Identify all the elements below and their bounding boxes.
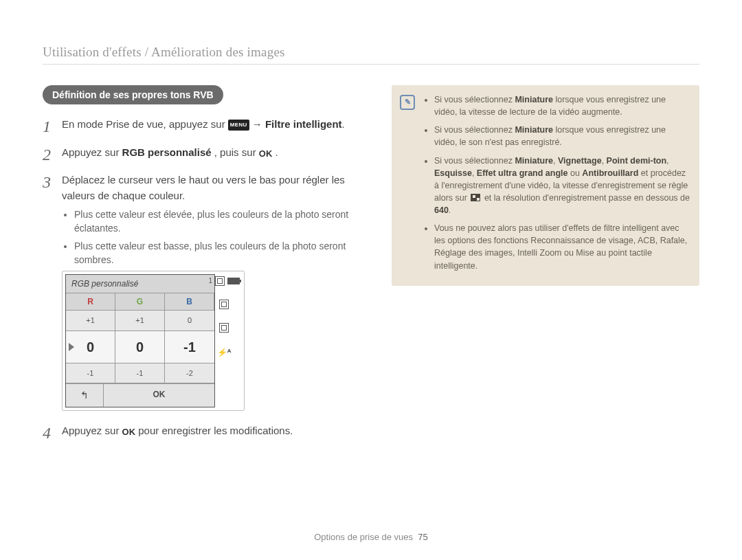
- rgb-below-b: -2: [165, 363, 214, 384]
- flash-icon: ⚡ᴬ: [217, 346, 231, 359]
- page-number: 75: [418, 532, 427, 542]
- rgb-sel-b: -1: [165, 331, 214, 363]
- note1-pre: Si vous sélectionnez: [434, 95, 515, 104]
- step2-pre: Appuyez sur: [62, 146, 122, 158]
- step3-main: Déplacez le curseur vers le haut ou vers…: [62, 174, 345, 201]
- note2-pre: Si vous sélectionnez: [434, 125, 515, 135]
- rgb-widget: RGB personnalisé R G B +1 +1 0: [62, 271, 245, 411]
- battery-icon: [227, 278, 240, 284]
- mode-icon-2: [219, 323, 229, 333]
- note-3: Si vous sélectionnez Miniature, Vignetta…: [434, 155, 690, 217]
- rgb-below-g: -1: [115, 363, 165, 384]
- step2-tail: .: [275, 146, 278, 158]
- footer-label: Options de prise de vues: [314, 532, 413, 542]
- note-2: Si vous sélectionnez Miniature lorsque v…: [434, 124, 690, 148]
- step1-tail: .: [342, 118, 345, 130]
- rgb-col-g: G: [115, 293, 165, 311]
- note3-b4: Esquisse: [434, 168, 472, 178]
- header-rule: [43, 64, 699, 65]
- rgb-side-icons: 1 ⚡ᴬ: [208, 276, 240, 359]
- note2-b1: Miniature: [515, 125, 553, 135]
- rgb-col-b: B: [165, 293, 214, 311]
- note3-c5: ou: [568, 168, 583, 178]
- step1-arrow: →: [252, 118, 265, 130]
- info-note: ✎ Si vous sélectionnez Miniature lorsque…: [392, 85, 699, 286]
- note3-b6: Antibrouillard: [582, 168, 638, 178]
- mode-icon-1: [219, 300, 229, 309]
- step4-pre: Appuyez sur: [62, 425, 122, 436]
- step1-bold: Filtre intelligent: [265, 118, 342, 130]
- rgb-sel-r-val: 0: [87, 339, 94, 355]
- note3-c3: ,: [666, 156, 668, 166]
- selector-triangle-icon: [69, 343, 74, 351]
- card-icon: [215, 276, 225, 286]
- step1-pre: En mode Prise de vue, appuyez sur: [62, 118, 228, 130]
- rgb-above-g: +1: [115, 311, 165, 331]
- step-1: En mode Prise de vue, appuyez sur MENU →…: [43, 117, 372, 133]
- rgb-ok-button: OK: [104, 384, 214, 407]
- info-icon: ✎: [400, 95, 415, 110]
- note3-b5: Effet ultra grand angle: [477, 168, 568, 178]
- step-3: Déplacez le curseur vers le haut ou vers…: [43, 172, 372, 411]
- ok-icon: OK: [259, 147, 273, 161]
- rgb-below-r: -1: [66, 363, 115, 384]
- speed-icon: [471, 194, 480, 201]
- note3-b3: Point demi-ton: [607, 156, 667, 166]
- step2-mid: , puis sur: [214, 146, 259, 158]
- rgb-sel-g: 0: [115, 331, 165, 363]
- note3-b7: 640: [434, 205, 449, 215]
- rgb-title: RGB personnalisé: [66, 275, 214, 293]
- menu-icon: MENU: [228, 120, 249, 131]
- rgb-above-r: +1: [66, 311, 115, 331]
- step4-tail: pour enregistrer les modifications.: [138, 425, 293, 436]
- note3-mid2: et la résolution d'enregistrement passe …: [482, 193, 690, 203]
- section-title-pill: Définition de ses propres tons RVB: [43, 85, 223, 104]
- note3-c1: ,: [553, 156, 558, 166]
- note3-pre: Si vous sélectionnez: [434, 156, 515, 166]
- step3-sub-2: Plus cette valeur est basse, plus les co…: [74, 239, 372, 267]
- note3-tail: .: [449, 205, 451, 215]
- ok-icon-2: OK: [122, 425, 136, 439]
- side-one: 1: [208, 276, 212, 286]
- step-4: Appuyez sur OK pour enregistrer les modi…: [43, 423, 372, 439]
- rgb-col-r: R: [66, 293, 115, 311]
- rgb-back-button: ↰: [66, 384, 104, 407]
- footer: Options de prise de vues 75: [0, 532, 742, 542]
- step2-bold: RGB personnalisé: [122, 146, 212, 158]
- note3-c4: ,: [472, 168, 477, 178]
- rgb-above-b: 0: [165, 311, 214, 331]
- step-2: Appuyez sur RGB personnalisé , puis sur …: [43, 145, 372, 161]
- note3-b2: Vignettage: [558, 156, 602, 166]
- note-1: Si vous sélectionnez Miniature lorsque v…: [434, 93, 690, 118]
- note3-c2: ,: [602, 156, 607, 166]
- rgb-sel-r: 0: [66, 331, 115, 363]
- step3-sub-1: Plus cette valeur est élevée, plus les c…: [74, 208, 372, 236]
- note1-b1: Miniature: [515, 95, 553, 104]
- note3-b1: Miniature: [515, 156, 553, 166]
- breadcrumb: Utilisation d'effets / Amélioration des …: [43, 45, 699, 64]
- note-4: Vous ne pouvez alors pas utiliser d'effe…: [434, 222, 690, 272]
